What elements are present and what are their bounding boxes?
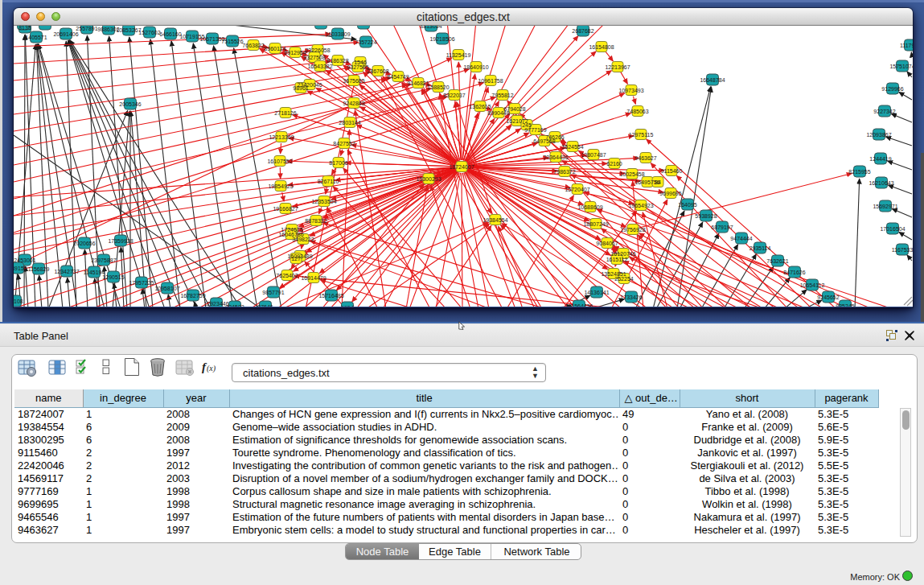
svg-text:9327505: 9327505	[347, 64, 368, 70]
svg-text:16782759: 16782759	[180, 293, 205, 299]
svg-text:87646: 87646	[257, 304, 273, 307]
svg-text:9115460: 9115460	[661, 168, 683, 174]
svg-text:3624554: 3624554	[561, 144, 583, 150]
svg-text:1405571: 1405571	[25, 35, 47, 40]
svg-text:19218506: 19218506	[429, 36, 454, 42]
svg-text:9777169: 9777169	[524, 127, 546, 133]
svg-text:12213967: 12213967	[605, 64, 630, 70]
svg-text:6497568: 6497568	[533, 138, 555, 144]
svg-text:7515526: 7515526	[221, 39, 243, 44]
svg-text:1117992: 1117992	[900, 43, 913, 48]
svg-text:16154808: 16154808	[589, 44, 614, 50]
svg-text:98961: 98961	[293, 85, 309, 91]
svg-text:5938928: 5938928	[695, 213, 717, 219]
svg-text:(x): (x)	[207, 364, 216, 373]
svg-text:1244419: 1244419	[869, 156, 891, 162]
svg-text:2020656: 2020656	[73, 241, 95, 246]
svg-text:7625402: 7625402	[276, 273, 298, 278]
svg-text:8215955: 8215955	[848, 169, 870, 175]
svg-text:2687682: 2687682	[572, 28, 593, 34]
svg-text:10853267: 10853267	[116, 27, 141, 33]
svg-text:10025458: 10025458	[619, 171, 644, 177]
svg-text:1527602: 1527602	[138, 30, 160, 35]
svg-text:2803144: 2803144	[339, 120, 360, 126]
svg-text:6794028: 6794028	[503, 106, 525, 112]
svg-text:12975115: 12975115	[629, 132, 654, 138]
svg-text:9699695: 9699695	[659, 191, 681, 196]
svg-text:8813054: 8813054	[420, 26, 441, 29]
svg-text:16914479: 16914479	[301, 275, 326, 281]
svg-text:10807487: 10807487	[581, 152, 606, 158]
svg-text:9146821: 9146821	[407, 80, 429, 86]
svg-text:1733426: 1733426	[620, 295, 642, 300]
svg-text:18640910: 18640910	[463, 64, 488, 70]
svg-text:9857791: 9857791	[262, 290, 284, 295]
svg-text:10654112: 10654112	[800, 282, 825, 288]
svg-text:817006: 817006	[329, 160, 347, 166]
svg-text:1588520: 1588520	[427, 84, 449, 90]
svg-text:9474444: 9474444	[730, 236, 752, 241]
svg-text:9084067: 9084067	[596, 241, 618, 246]
svg-text:2935114: 2935114	[749, 245, 771, 251]
svg-text:8960124: 8960124	[264, 46, 285, 51]
svg-text:19756928: 19756928	[620, 227, 645, 233]
svg-text:17359928: 17359928	[108, 238, 133, 244]
svg-text:16120746: 16120746	[610, 251, 635, 257]
svg-text:9242848: 9242848	[343, 101, 364, 106]
svg-text:6879197: 6879197	[711, 225, 733, 230]
svg-text:8135: 8135	[18, 26, 31, 31]
svg-text:20364436: 20364436	[543, 154, 568, 160]
svg-text:16648784: 16648784	[700, 77, 725, 83]
svg-text:17957225: 17957225	[129, 280, 154, 286]
svg-text:18724007: 18724007	[449, 164, 474, 170]
svg-text:8427552: 8427552	[333, 141, 355, 146]
svg-text:9227342: 9227342	[873, 109, 895, 114]
svg-text:1167533: 1167533	[892, 247, 913, 253]
svg-text:8267110: 8267110	[318, 179, 339, 184]
svg-text:881305: 881305	[354, 26, 372, 27]
svg-text:12213369: 12213369	[269, 134, 294, 140]
svg-text:7955812: 7955812	[491, 93, 513, 98]
svg-text:16033809: 16033809	[325, 31, 350, 37]
svg-text:6466160: 6466160	[159, 31, 181, 37]
svg-text:7663822: 7663822	[242, 43, 264, 48]
svg-text:16210643: 16210643	[869, 180, 893, 186]
svg-text:935245: 935245	[836, 303, 854, 307]
svg-text:20691406: 20691406	[53, 31, 78, 37]
svg-text:14136141: 14136141	[584, 290, 609, 295]
svg-text:7632621: 7632621	[766, 258, 788, 264]
svg-text:23975887: 23975887	[91, 257, 116, 263]
svg-text:19166827: 19166827	[273, 206, 298, 212]
svg-text:23226058: 23226058	[305, 47, 330, 53]
svg-text:3498222: 3498222	[292, 237, 314, 242]
svg-text:10958107: 10958107	[154, 286, 179, 291]
svg-text:1290515: 1290515	[102, 274, 124, 280]
svg-text:8186328: 8186328	[326, 58, 348, 64]
svg-text:19108: 19108	[14, 299, 23, 304]
svg-text:2453001: 2453001	[14, 257, 35, 263]
svg-text:84: 84	[655, 179, 661, 185]
svg-text:15300293: 15300293	[416, 176, 441, 182]
svg-text:8322037: 8322037	[443, 93, 465, 98]
svg-text:19654923: 19654923	[628, 203, 653, 208]
svg-text:1954: 1954	[341, 305, 354, 307]
svg-text:7357224: 7357224	[355, 39, 376, 45]
svg-text:10961758: 10961758	[478, 78, 503, 84]
svg-text:8471626: 8471626	[783, 270, 805, 275]
svg-text:2867608: 2867608	[367, 68, 388, 74]
svg-text:11325419: 11325419	[446, 52, 471, 58]
svg-text:939159: 939159	[14, 266, 27, 271]
svg-text:2557891: 2557891	[76, 26, 97, 31]
svg-text:2718126: 2718126	[274, 110, 296, 116]
svg-text:16543382: 16543382	[307, 64, 332, 69]
svg-text:10973493: 10973493	[618, 88, 643, 93]
svg-text:19854925: 19854925	[268, 183, 293, 189]
svg-text:15692971: 15692971	[873, 204, 897, 209]
svg-text:16107552: 16107552	[267, 159, 292, 164]
svg-text:963214: 963214	[311, 26, 330, 27]
svg-text:15751074: 15751074	[889, 64, 913, 69]
svg-text:8454749: 8454749	[387, 74, 409, 80]
svg-text:19384554: 19384554	[483, 217, 507, 223]
svg-text:9327508: 9327508	[303, 55, 325, 60]
svg-text:164095: 164095	[678, 202, 696, 208]
